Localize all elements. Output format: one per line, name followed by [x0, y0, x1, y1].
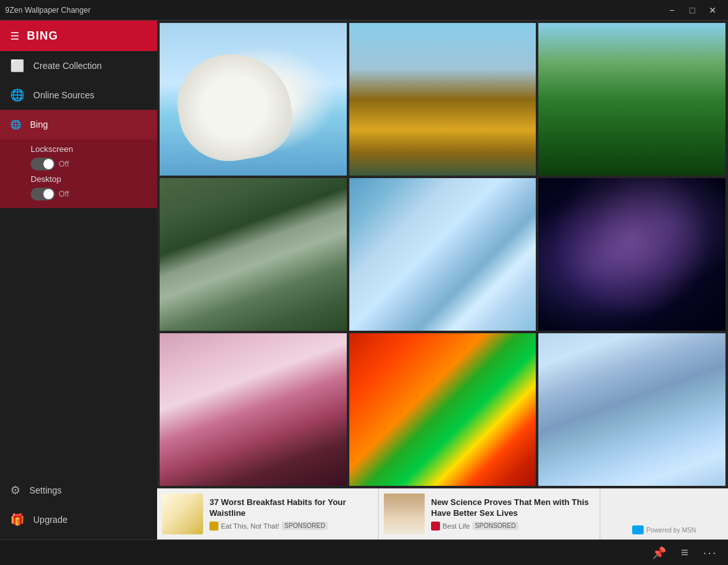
ad-source-name-2: Best Life — [443, 522, 470, 530]
settings-label: Settings — [29, 485, 62, 495]
hamburger-icon[interactable]: ☰ — [10, 30, 19, 42]
more-button[interactable]: ··· — [700, 543, 720, 563]
sidebar-bottom: ⚙ Settings 🎁 Upgrade — [0, 476, 157, 539]
sidebar-header: ☰ BING — [0, 20, 157, 51]
wallpaper-feathers[interactable] — [349, 333, 536, 486]
sidebar-item-settings[interactable]: ⚙ Settings — [0, 476, 157, 505]
close-button[interactable]: ✕ — [702, 0, 723, 20]
desktop-status: Off — [59, 190, 69, 199]
desktop-toggle-row: Desktop — [31, 174, 147, 184]
desktop-toggle-group: Off — [31, 188, 69, 200]
lockscreen-toggle-row: Lockscreen — [31, 144, 147, 154]
online-sources-label: Online Sources — [33, 90, 95, 100]
upgrade-label: Upgrade — [33, 515, 68, 525]
desktop-label: Desktop — [31, 174, 61, 184]
lockscreen-toggle[interactable] — [31, 158, 55, 170]
upgrade-icon: 🎁 — [10, 513, 24, 527]
lockscreen-toggle-group: Off — [31, 158, 69, 170]
wallpaper-grid — [157, 20, 728, 488]
ad-source-name-1: Eat This, Not That! — [221, 522, 279, 530]
ad-source-dot-1 — [209, 522, 218, 531]
lockscreen-toggle-control: Off — [31, 158, 147, 170]
pin-icon: 📌 — [652, 546, 666, 560]
wallpaper-glacier-aerial[interactable] — [349, 178, 536, 331]
msn-logo — [632, 525, 644, 534]
sidebar-title: BING — [27, 29, 58, 43]
app-name: 9Zen Wallpaper Changer — [5, 6, 91, 15]
lockscreen-status: Off — [59, 160, 69, 169]
list-icon: ≡ — [681, 545, 688, 560]
create-collection-icon: ⬜ — [10, 59, 24, 73]
title-bar-left: 9Zen Wallpaper Changer — [5, 6, 91, 15]
ad-source-1: Eat This, Not That! SPONSORED — [209, 522, 373, 531]
bing-toggles: Lockscreen Off Desktop Of — [0, 139, 157, 208]
bing-label: Bing — [30, 119, 48, 130]
online-sources-icon: 🌐 — [10, 88, 24, 102]
wallpaper-pelican[interactable] — [160, 23, 347, 176]
lockscreen-label: Lockscreen — [31, 144, 73, 154]
desktop-toggle-control: Off — [31, 188, 147, 200]
ad-banner: 37 Worst Breakfast Habits for Your Waist… — [157, 488, 728, 539]
sidebar-item-upgrade[interactable]: 🎁 Upgrade — [0, 505, 157, 534]
wallpaper-waterfall[interactable] — [160, 178, 347, 331]
create-collection-label: Create Collection — [33, 61, 102, 71]
ad-thumb-1 — [162, 493, 203, 534]
ad-content-1: 37 Worst Breakfast Habits for Your Waist… — [209, 497, 373, 531]
sidebar-item-bing[interactable]: 🌐 Bing — [0, 110, 157, 139]
wallpaper-forest[interactable] — [538, 23, 725, 176]
ad-sponsored-1: SPONSORED — [282, 522, 328, 530]
sidebar: ☰ BING ⬜ Create Collection 🌐 Online Sour… — [0, 20, 157, 539]
wallpaper-cherry[interactable] — [160, 333, 347, 486]
ad-powered-text: Powered by MSN — [632, 525, 696, 534]
ad-content-2: New Science Proves That Men with This Ha… — [431, 497, 595, 531]
powered-by-label: Powered by MSN — [646, 527, 696, 534]
ad-source-dot-2 — [431, 522, 440, 531]
sidebar-item-create-collection[interactable]: ⬜ Create Collection — [0, 51, 157, 80]
ad-thumb-2 — [384, 493, 425, 534]
pin-button[interactable]: 📌 — [649, 543, 669, 563]
title-bar: 9Zen Wallpaper Changer − □ ✕ — [0, 0, 728, 20]
maximize-button[interactable]: □ — [682, 0, 702, 20]
sidebar-item-online-sources[interactable]: 🌐 Online Sources — [0, 80, 157, 110]
ad-sponsored-2: SPONSORED — [473, 522, 519, 530]
ad-powered: Powered by MSN — [600, 488, 728, 539]
main-layout: ☰ BING ⬜ Create Collection 🌐 Online Sour… — [0, 20, 728, 539]
ad-item-2[interactable]: New Science Proves That Men with This Ha… — [379, 488, 600, 539]
desktop-toggle[interactable] — [31, 188, 55, 200]
wallpaper-ice[interactable] — [538, 333, 725, 486]
settings-icon: ⚙ — [10, 483, 20, 497]
bing-container: 🌐 Bing Lockscreen Off Desktop — [0, 110, 157, 208]
title-bar-controls: − □ ✕ — [662, 0, 723, 20]
list-button[interactable]: ≡ — [674, 543, 695, 563]
ad-title-2: New Science Proves That Men with This Ha… — [431, 497, 595, 519]
ad-title-1: 37 Worst Breakfast Habits for Your Waist… — [209, 497, 373, 519]
bing-icon: 🌐 — [10, 119, 21, 130]
ad-item-1[interactable]: 37 Worst Breakfast Habits for Your Waist… — [157, 488, 379, 539]
bottom-bar: 📌 ≡ ··· — [0, 539, 728, 565]
wallpaper-autumn[interactable] — [349, 23, 536, 176]
ad-source-2: Best Life SPONSORED — [431, 522, 595, 531]
content-area: 37 Worst Breakfast Habits for Your Waist… — [157, 20, 728, 539]
more-icon: ··· — [703, 545, 718, 560]
wallpaper-milkyway[interactable] — [538, 178, 725, 331]
sidebar-nav: ⬜ Create Collection 🌐 Online Sources 🌐 B… — [0, 51, 157, 539]
minimize-button[interactable]: − — [662, 0, 682, 20]
